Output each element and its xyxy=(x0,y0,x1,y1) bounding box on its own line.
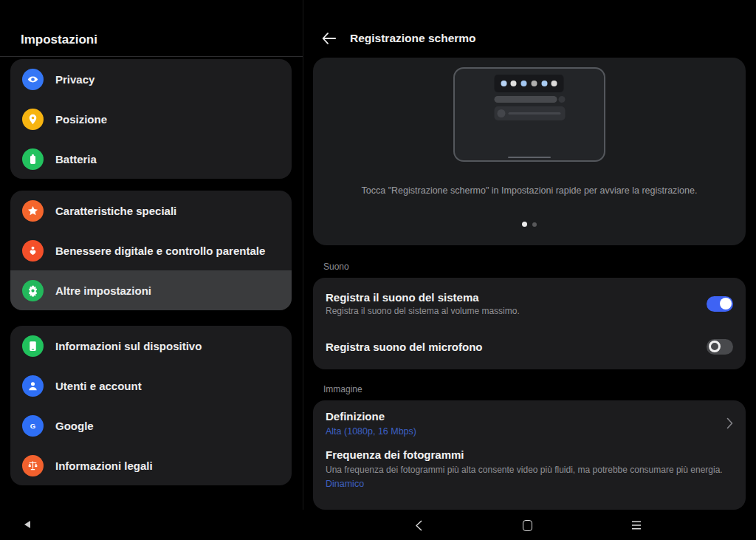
hero-illustration-card: Tocca "Registrazione schermo" in Imposta… xyxy=(313,58,746,245)
panel-divider xyxy=(303,0,303,540)
sidebar-item-label: Google xyxy=(55,420,94,432)
detail-header: Registrazione schermo xyxy=(303,21,756,56)
image-settings-card: Definizione Alta (1080p, 16 Mbps) Freque… xyxy=(313,400,746,510)
home-icon[interactable] xyxy=(520,519,535,532)
tile-dot xyxy=(531,81,537,86)
sidebar-item-label: Batteria xyxy=(55,153,97,165)
sidebar-item-utenti-account[interactable]: Utenti e account xyxy=(10,366,292,406)
sidebar-item-batteria[interactable]: Batteria xyxy=(10,139,292,179)
sidebar-item-privacy[interactable]: Privacy xyxy=(10,59,292,99)
scales-icon xyxy=(22,455,44,476)
tile-dot xyxy=(541,81,547,86)
settings-sidebar: Impostazioni Privacy Posizione Batteria … xyxy=(0,0,303,540)
user-icon xyxy=(22,375,44,397)
sidebar-item-label: Posizione xyxy=(55,113,107,126)
sound-settings-card: Registra il suono del sistema Registra i… xyxy=(313,278,746,369)
setting-subtitle: Una frequenza dei fotogrammi più alta co… xyxy=(326,465,733,475)
system-sound-toggle[interactable] xyxy=(707,296,733,312)
section-label-suono: Suono xyxy=(323,262,349,272)
microphone-sound-toggle[interactable] xyxy=(707,339,733,355)
home-indicator-illustration xyxy=(508,157,551,159)
setting-row-registra-sistema[interactable]: Registra il suono del sistema Registra i… xyxy=(326,278,733,325)
slider-knob-illustration xyxy=(559,96,566,103)
sidebar-item-altre-impostazioni[interactable]: Altre impostazioni xyxy=(10,270,292,310)
sidebar-item-label: Benessere digitale e controllo parentale xyxy=(55,245,265,257)
setting-title: Definizione xyxy=(326,410,733,423)
setting-title: Frequenza dei fotogrammi xyxy=(326,448,733,461)
sidebar-item-google[interactable]: G Google xyxy=(10,406,292,445)
wellbeing-heart-icon xyxy=(22,240,44,262)
setting-value: Alta (1080p, 16 Mbps) xyxy=(326,426,733,437)
tile-dot xyxy=(511,81,517,86)
setting-row-registra-microfono[interactable]: Registra suono del microfono xyxy=(326,325,733,368)
setting-title: Registra suono del microfono xyxy=(326,341,483,353)
sidebar-group-2: Caratteristiche speciali Benessere digit… xyxy=(10,191,292,310)
carousel-dots xyxy=(313,222,746,227)
setting-row-frequenza-fotogrammi[interactable]: Frequenza dei fotogrammi Una frequenza d… xyxy=(326,448,733,489)
sidebar-item-caratteristiche-speciali[interactable]: Caratteristiche speciali xyxy=(10,191,292,230)
navigation-bar xyxy=(0,510,756,540)
toggle-knob xyxy=(709,341,721,352)
battery-icon xyxy=(22,148,44,170)
sidebar-item-label: Informazioni legali xyxy=(55,459,153,472)
gear-icon xyxy=(22,280,44,301)
tablet-illustration xyxy=(453,67,605,162)
sidebar-group-1: Privacy Posizione Batteria xyxy=(10,59,292,179)
tile-dot xyxy=(551,81,557,86)
back-arrow-icon[interactable] xyxy=(319,29,338,48)
carousel-dot[interactable] xyxy=(532,222,537,227)
carousel-dot-active[interactable] xyxy=(522,222,527,227)
notification-illustration xyxy=(495,106,566,120)
setting-value: Dinamico xyxy=(326,479,733,489)
back-icon[interactable] xyxy=(412,519,427,532)
sidebar-item-label: Privacy xyxy=(55,73,94,86)
hero-caption: Tocca "Registrazione schermo" in Imposta… xyxy=(313,185,746,196)
svg-text:G: G xyxy=(30,421,35,429)
setting-row-definizione[interactable]: Definizione Alta (1080p, 16 Mbps) xyxy=(326,410,733,437)
toggle-knob xyxy=(720,298,732,310)
device-icon xyxy=(22,335,44,357)
star-icon xyxy=(22,200,44,222)
sidebar-item-label: Altre impostazioni xyxy=(55,284,151,297)
sidebar-item-benessere-digitale[interactable]: Benessere digitale e controllo parentale xyxy=(10,230,292,270)
menu-icon[interactable] xyxy=(629,519,644,532)
tile-dot xyxy=(521,81,527,86)
sidebar-item-label: Informazioni sul dispositivo xyxy=(55,340,202,352)
brightness-slider-illustration xyxy=(495,96,557,103)
header-divider xyxy=(0,56,303,57)
section-label-immagine: Immagine xyxy=(323,384,362,394)
setting-title: Registra il suono del sistema xyxy=(326,291,520,304)
sidebar-item-posizione[interactable]: Posizione xyxy=(10,99,292,139)
privacy-eye-icon xyxy=(22,69,44,90)
back-triangle-icon[interactable] xyxy=(24,521,30,528)
sidebar-item-informazioni-dispositivo[interactable]: Informazioni sul dispositivo xyxy=(10,326,292,366)
location-pin-icon xyxy=(22,109,44,130)
quick-tiles-illustration xyxy=(495,75,564,92)
settings-screen: 15:05 62 Impostazioni Privacy Posizione xyxy=(0,0,756,540)
google-g-icon: G xyxy=(22,415,44,437)
sidebar-group-3: Informazioni sul dispositivo Utenti e ac… xyxy=(10,326,292,485)
chevron-right-icon xyxy=(726,417,733,432)
screen-recording-panel: Registrazione schermo xyxy=(303,0,756,540)
detail-title: Registrazione schermo xyxy=(350,32,476,45)
setting-subtitle: Registra il suono del sistema al volume … xyxy=(326,306,520,316)
sidebar-item-informazioni-legali[interactable]: Informazioni legali xyxy=(10,445,292,485)
sidebar-item-label: Caratteristiche speciali xyxy=(55,205,176,217)
sidebar-item-label: Utenti e account xyxy=(55,380,142,392)
tile-dot xyxy=(501,81,506,86)
page-title: Impostazioni xyxy=(21,33,97,47)
